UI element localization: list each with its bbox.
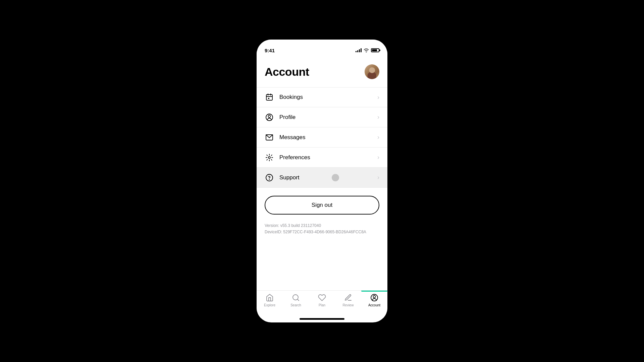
wifi-icon [364, 48, 369, 52]
svg-point-6 [268, 115, 271, 117]
nav-item-review[interactable]: Review [335, 293, 361, 307]
profile-icon [265, 113, 274, 122]
version-info: Version: v55.3 build 231127040 DeviceID:… [257, 223, 387, 235]
avatar[interactable] [365, 64, 379, 79]
home-indicator [300, 318, 344, 320]
menu-item-support[interactable]: Support › [257, 168, 387, 188]
preferences-chevron: › [377, 154, 379, 161]
profile-chevron: › [377, 114, 379, 121]
account-nav-icon [370, 293, 379, 302]
nav-item-account[interactable]: Account [361, 293, 387, 307]
search-icon [291, 293, 300, 302]
nav-item-explore[interactable]: Explore [257, 293, 283, 307]
menu-item-bookings[interactable]: Bookings › [257, 87, 387, 107]
bookings-icon [265, 93, 274, 102]
page-title: Account [265, 65, 309, 78]
plan-label: Plan [319, 303, 325, 307]
svg-point-14 [373, 296, 376, 298]
messages-chevron: › [377, 134, 379, 141]
profile-label: Profile [279, 114, 377, 121]
explore-icon [265, 293, 274, 302]
review-icon [344, 293, 353, 302]
messages-icon [265, 133, 274, 142]
svg-line-12 [298, 299, 299, 301]
nav-item-plan[interactable]: Plan [309, 293, 335, 307]
menu-item-messages[interactable]: Messages › [257, 127, 387, 147]
sign-out-container: Sign out [257, 188, 387, 223]
bottom-nav: Explore Search Plan [257, 290, 387, 318]
support-label: Support [279, 174, 377, 181]
explore-label: Explore [264, 303, 275, 307]
signal-icon [356, 48, 362, 52]
page-header: Account [257, 62, 387, 87]
sign-out-button[interactable]: Sign out [265, 196, 379, 215]
search-label: Search [290, 303, 301, 307]
review-label: Review [343, 303, 354, 307]
messages-label: Messages [279, 134, 377, 141]
battery-icon [371, 48, 379, 52]
status-bar: 9:41 [257, 40, 387, 56]
preferences-icon [265, 153, 274, 162]
device-id-text: DeviceID: 529F72CC-F493-4D66-9065-BD26A4… [265, 229, 379, 235]
bookings-label: Bookings [279, 94, 377, 101]
svg-rect-0 [266, 95, 272, 100]
nav-item-search[interactable]: Search [283, 293, 309, 307]
menu-list: Bookings › Profile › [257, 87, 387, 188]
menu-item-preferences[interactable]: Preferences › [257, 147, 387, 168]
status-icons [356, 48, 379, 52]
svg-point-10 [269, 179, 270, 179]
phone-frame: 9:41 Account [257, 40, 387, 322]
svg-rect-4 [268, 98, 269, 99]
menu-item-profile[interactable]: Profile › [257, 107, 387, 127]
bookings-chevron: › [377, 94, 379, 101]
support-chevron: › [377, 174, 379, 181]
support-icon [265, 173, 274, 182]
version-text: Version: v55.3 build 231127040 [265, 223, 379, 229]
main-content: Account Bookings › [257, 56, 387, 290]
account-nav-label: Account [368, 303, 380, 307]
status-time: 9:41 [265, 48, 275, 53]
support-ripple [332, 174, 339, 181]
preferences-label: Preferences [279, 154, 377, 161]
svg-point-8 [268, 157, 270, 159]
plan-icon [318, 293, 326, 302]
